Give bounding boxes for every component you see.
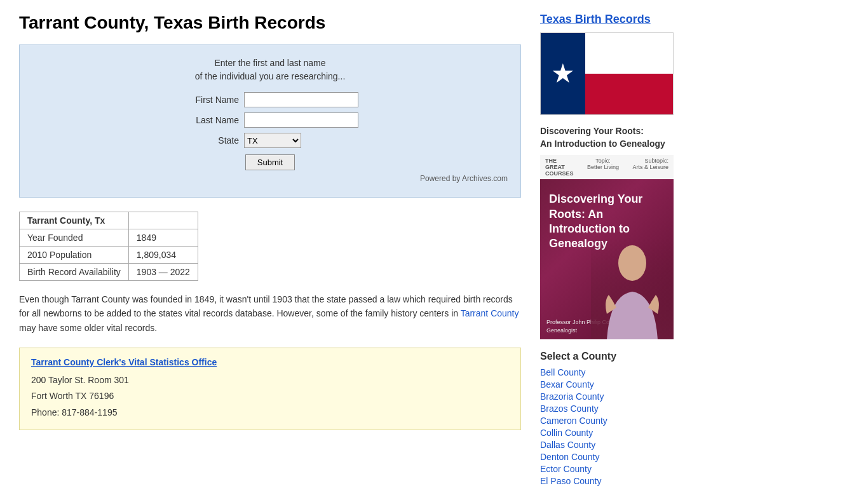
- county-list: Bell CountyBexar CountyBrazoria CountyBr…: [540, 367, 737, 486]
- row-label: Birth Record Availability: [20, 264, 129, 281]
- row-label: Year Founded: [20, 229, 129, 247]
- last-name-input[interactable]: [244, 112, 358, 128]
- county-link[interactable]: Ector County: [540, 464, 592, 474]
- office-phone: Phone: 817-884-1195: [31, 405, 509, 421]
- submit-button[interactable]: Submit: [245, 154, 295, 170]
- office-name-link[interactable]: Tarrant County Clerk's Vital Statistics …: [31, 357, 217, 367]
- list-item: Brazos County: [540, 403, 737, 414]
- state-row: State TX AL AK AZ: [182, 133, 358, 148]
- county-link[interactable]: Bell County: [540, 367, 586, 377]
- state-select[interactable]: TX AL AK AZ: [244, 133, 301, 148]
- submit-row: Submit: [182, 154, 358, 170]
- office-address-line2: Fort Worth TX 76196: [31, 388, 509, 404]
- office-card: Tarrant County Clerk's Vital Statistics …: [19, 348, 521, 430]
- county-link[interactable]: Brazoria County: [540, 391, 604, 402]
- county-link[interactable]: Brazos County: [540, 403, 599, 414]
- list-item: Ector County: [540, 464, 737, 474]
- list-item: Dallas County: [540, 440, 737, 450]
- flag-blue-stripe: ★: [541, 33, 585, 114]
- genealogy-book-cover[interactable]: THEGREATCOURSES Topic:Better Living Subt…: [540, 155, 674, 339]
- first-name-input[interactable]: [244, 92, 358, 107]
- main-content: Tarrant County, Texas Birth Records Ente…: [19, 13, 521, 488]
- county-header: Tarrant County, Tx: [20, 212, 129, 229]
- page-title: Tarrant County, Texas Birth Records: [19, 13, 521, 33]
- flag-star: ★: [551, 60, 575, 87]
- search-box: Enter the first and last name of the ind…: [19, 44, 521, 198]
- last-name-row: Last Name: [182, 112, 358, 128]
- table-row: Birth Record Availability1903 — 2022: [20, 264, 198, 281]
- book-subtopic: Subtopic:Arts & Leisure: [632, 158, 668, 177]
- list-item: Cameron County: [540, 416, 737, 426]
- first-name-row: First Name: [182, 92, 358, 107]
- row-label: 2010 Population: [20, 247, 129, 264]
- texas-flag: ★: [540, 32, 674, 115]
- office-address-line1: 200 Taylor St. Room 301: [31, 372, 509, 388]
- texas-birth-records-link[interactable]: Texas Birth Records: [540, 13, 737, 26]
- book-topic: Topic:Better Living: [587, 158, 619, 177]
- state-label: State: [182, 135, 239, 146]
- last-name-label: Last Name: [182, 115, 239, 125]
- county-link[interactable]: Cameron County: [540, 416, 607, 426]
- county-link[interactable]: Denton County: [540, 452, 599, 462]
- county-link[interactable]: Collin County: [540, 428, 593, 438]
- list-item: Collin County: [540, 428, 737, 438]
- description-text: Even though Tarrant County was founded i…: [19, 292, 521, 335]
- row-value: 1903 — 2022: [128, 264, 198, 281]
- book-top-bar: THEGREATCOURSES Topic:Better Living Subt…: [540, 155, 674, 179]
- sidebar: Texas Birth Records ★ Discovering Your R…: [540, 13, 737, 488]
- flag-red-stripe: [585, 74, 673, 114]
- svg-point-0: [618, 245, 646, 281]
- county-link[interactable]: Bexar County: [540, 379, 594, 390]
- flag-right-stripes: [585, 33, 673, 114]
- genealogy-title: Discovering Your Roots: An Introduction …: [540, 125, 737, 150]
- row-value: 1,809,034: [128, 247, 198, 264]
- county-link[interactable]: Dallas County: [540, 440, 595, 450]
- list-item: Bexar County: [540, 379, 737, 390]
- powered-by: Powered by Archives.com: [32, 174, 508, 183]
- flag-white-stripe: [585, 33, 673, 74]
- first-name-label: First Name: [182, 95, 239, 105]
- genealogy-section: Discovering Your Roots: An Introduction …: [540, 125, 737, 339]
- table-row: Year Founded1849: [20, 229, 198, 247]
- search-instruction: Enter the first and last name of the ind…: [32, 57, 508, 83]
- search-form: First Name Last Name State TX AL AK AZ: [182, 92, 358, 170]
- county-link[interactable]: El Paso County: [540, 476, 602, 486]
- tarrant-county-link[interactable]: Tarrant County: [461, 308, 519, 318]
- list-item: Brazoria County: [540, 391, 737, 402]
- office-address: 200 Taylor St. Room 301 Fort Worth TX 76…: [31, 372, 509, 421]
- row-value: 1849: [128, 229, 198, 247]
- list-item: Denton County: [540, 452, 737, 462]
- book-person-image: [591, 238, 674, 339]
- county-section: Select a County Bell CountyBexar CountyB…: [540, 351, 737, 486]
- book-brand: THEGREATCOURSES: [545, 158, 574, 177]
- list-item: Bell County: [540, 367, 737, 377]
- list-item: El Paso County: [540, 476, 737, 486]
- county-section-title: Select a County: [540, 351, 737, 362]
- info-table: Tarrant County, Tx Year Founded18492010 …: [19, 212, 198, 281]
- table-row: 2010 Population1,809,034: [20, 247, 198, 264]
